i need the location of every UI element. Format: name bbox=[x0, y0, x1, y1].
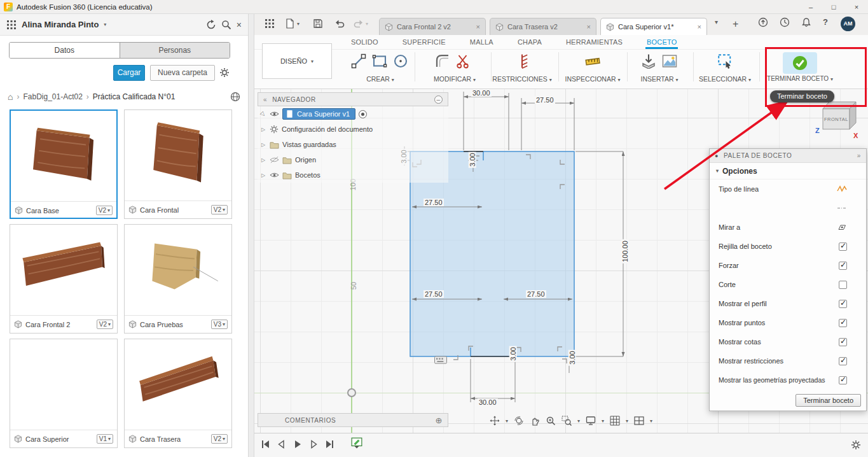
visibility-eye-icon[interactable] bbox=[270, 171, 279, 179]
browser-node[interactable]: ▷ Configuración del documento bbox=[258, 122, 448, 137]
project-card[interactable]: Cara Frontal 2 V2▾ bbox=[10, 224, 118, 334]
pan-icon[interactable] bbox=[490, 416, 500, 426]
checkbox-geometrias-proyectadas[interactable] bbox=[839, 376, 847, 384]
collapse-right-icon[interactable]: » bbox=[857, 152, 861, 159]
tab-personas[interactable]: Personas bbox=[120, 43, 230, 58]
browser-node[interactable]: ▷ Origen bbox=[258, 152, 448, 167]
line-tool-icon[interactable] bbox=[351, 53, 366, 69]
checkbox-rejilla[interactable] bbox=[839, 243, 847, 251]
app-grid-icon[interactable] bbox=[265, 18, 275, 29]
globe-icon[interactable] bbox=[230, 92, 240, 102]
browser-root-row[interactable]: ▷ Cara Superior v1 bbox=[258, 106, 448, 122]
dimension-label[interactable]: 3.00 bbox=[509, 346, 517, 362]
version-dropdown[interactable]: V2▾ bbox=[97, 320, 113, 329]
save-icon[interactable] bbox=[313, 18, 323, 29]
browser-node[interactable]: ▷ Vistas guardadas bbox=[258, 137, 448, 152]
dimension-label[interactable]: 30.00 bbox=[478, 398, 498, 406]
tab-list-dropdown-icon[interactable]: ▾ bbox=[715, 18, 718, 25]
look-at-icon[interactable] bbox=[837, 222, 847, 232]
group-insertar[interactable]: INSERTAR ▾ bbox=[631, 75, 688, 83]
minimize-button[interactable]: – bbox=[799, 0, 822, 14]
dimension-label[interactable]: 27.50 bbox=[424, 290, 444, 298]
add-comment-icon[interactable]: ⊕ bbox=[436, 416, 443, 425]
version-dropdown[interactable]: V2▾ bbox=[96, 206, 113, 215]
finish-sketch-palette-button[interactable]: Terminar boceto bbox=[796, 394, 861, 407]
dimension-label[interactable]: 27.50 bbox=[424, 199, 444, 206]
trim-scissors-icon[interactable] bbox=[456, 53, 471, 69]
breadcrumb-folder[interactable]: FabDig_01-Act02 bbox=[23, 92, 82, 101]
hand-icon[interactable] bbox=[530, 416, 540, 426]
chevron-down-icon[interactable]: ▾ bbox=[602, 418, 604, 424]
dimension-label[interactable]: 100.00 bbox=[621, 239, 629, 264]
measure-icon[interactable] bbox=[585, 53, 600, 69]
checkbox-mostrar-cotas[interactable] bbox=[839, 338, 847, 346]
project-card[interactable]: Cara Pruebas V3▾ bbox=[124, 224, 232, 334]
linetype-icon[interactable] bbox=[837, 184, 847, 194]
constraint-icon[interactable] bbox=[514, 53, 530, 69]
new-folder-button[interactable]: Nueva carpeta bbox=[150, 65, 215, 81]
chevron-down-icon[interactable]: ▾ bbox=[577, 418, 580, 424]
dimension-label[interactable]: 27.50 bbox=[526, 290, 546, 298]
group-restricciones[interactable]: RESTRICCIONES ▾ bbox=[491, 75, 553, 83]
help-icon[interactable]: ? bbox=[823, 17, 828, 27]
project-card[interactable]: Cara Frontal V2▾ bbox=[124, 109, 232, 219]
visibility-off-eye-icon[interactable] bbox=[270, 156, 279, 164]
version-dropdown[interactable]: V2▾ bbox=[211, 205, 228, 214]
ribbon-tab-chapa[interactable]: CHAPA bbox=[516, 38, 543, 49]
ribbon-tab-superficie[interactable]: SUPERFICIE bbox=[401, 38, 447, 49]
close-tab-icon[interactable]: × bbox=[476, 23, 480, 31]
user-name[interactable]: Alina Miranda Pinto bbox=[22, 20, 99, 29]
close-tab-icon[interactable]: × bbox=[587, 23, 591, 31]
checkbox-corte[interactable] bbox=[839, 281, 847, 289]
version-dropdown[interactable]: V2▾ bbox=[211, 434, 228, 444]
undo-icon[interactable] bbox=[334, 18, 345, 29]
refresh-icon[interactable] bbox=[206, 20, 216, 30]
fillet-tool-icon[interactable] bbox=[435, 53, 450, 69]
settings-gear-icon[interactable] bbox=[219, 67, 230, 78]
document-tab[interactable]: Cara Frontal 2 v2× bbox=[379, 18, 486, 35]
chevron-down-icon[interactable]: ▾ bbox=[506, 418, 508, 424]
job-status-icon[interactable] bbox=[758, 17, 768, 27]
notifications-bell-icon[interactable] bbox=[801, 17, 811, 27]
dimension-label[interactable]: 27.50 bbox=[535, 96, 555, 104]
group-crear[interactable]: CREAR ▾ bbox=[350, 75, 411, 83]
timeline-sketch-marker-icon[interactable] bbox=[351, 437, 362, 449]
checkbox-mostrar-puntos[interactable] bbox=[839, 319, 847, 327]
dimension-label[interactable]: 3.00 bbox=[568, 349, 576, 365]
chevron-down-icon[interactable]: ▾ bbox=[650, 418, 652, 424]
viewports-icon[interactable] bbox=[634, 416, 644, 426]
group-modificar[interactable]: MODIFICAR ▾ bbox=[421, 75, 488, 83]
ribbon-tab-herramientas[interactable]: HERRAMIENTAS bbox=[565, 38, 624, 49]
avatar[interactable]: AM bbox=[841, 17, 855, 31]
zoom-window-icon[interactable] bbox=[561, 416, 572, 426]
dimension-label[interactable]: 3.00 bbox=[469, 151, 476, 167]
close-panel-icon[interactable]: × bbox=[237, 20, 242, 30]
document-tab[interactable]: Cara Trasera v2× bbox=[490, 18, 596, 35]
minimize-panel-icon[interactable]: – bbox=[434, 95, 443, 104]
close-tab-icon[interactable]: × bbox=[698, 23, 701, 31]
browser-node[interactable]: ▷ Bocetos bbox=[258, 167, 448, 183]
app-grid-icon[interactable] bbox=[6, 20, 17, 30]
chevron-down-icon[interactable]: ▾ bbox=[626, 418, 628, 424]
checkbox-mostrar-restricciones[interactable] bbox=[839, 357, 847, 365]
insert-icon[interactable] bbox=[641, 53, 656, 69]
home-icon[interactable]: ⌂ bbox=[8, 92, 13, 102]
origin-point[interactable] bbox=[347, 388, 356, 397]
grid-settings-icon[interactable] bbox=[610, 416, 620, 426]
design-type-dropdown[interactable]: DISEÑO▾ bbox=[262, 43, 332, 79]
visibility-eye-icon[interactable] bbox=[270, 110, 279, 118]
search-icon[interactable] bbox=[221, 20, 231, 30]
orbit-icon[interactable] bbox=[514, 416, 524, 426]
construction-line-icon[interactable] bbox=[837, 203, 847, 213]
display-settings-icon[interactable] bbox=[586, 416, 596, 426]
chevron-down-icon[interactable]: ▾ bbox=[104, 22, 106, 27]
panel-divider[interactable] bbox=[248, 14, 254, 457]
ribbon-tab-malla[interactable]: MALLA bbox=[469, 38, 495, 49]
insert-image-icon[interactable] bbox=[662, 53, 677, 69]
checkbox-forzar[interactable] bbox=[839, 262, 847, 270]
version-dropdown[interactable]: V3▾ bbox=[211, 320, 228, 329]
checkbox-mostrar-perfil[interactable] bbox=[839, 300, 847, 308]
skip-to-start-icon[interactable] bbox=[261, 439, 271, 449]
expander-icon[interactable]: ▷ bbox=[260, 127, 266, 132]
group-seleccionar[interactable]: SELECCIONAR ▾ bbox=[694, 75, 755, 83]
